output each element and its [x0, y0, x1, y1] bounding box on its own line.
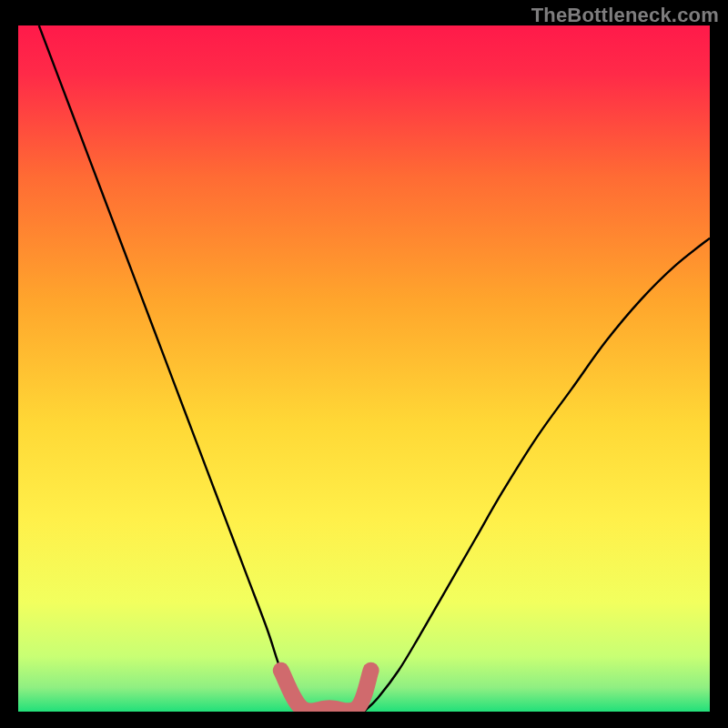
bottleneck-chart: [0, 0, 728, 728]
gradient-background: [18, 25, 710, 712]
watermark-text: TheBottleneck.com: [531, 4, 719, 27]
chart-frame: TheBottleneck.com: [0, 0, 728, 728]
